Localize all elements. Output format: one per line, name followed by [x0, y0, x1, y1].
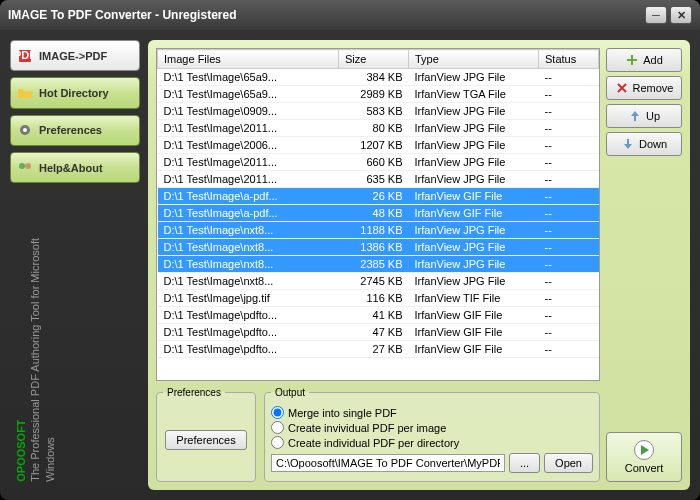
up-button[interactable]: Up	[606, 104, 682, 128]
arrow-up-icon	[628, 109, 642, 123]
file-table[interactable]: Image Files Size Type Status D:\1 Test\I…	[156, 48, 600, 381]
table-row[interactable]: D:\1 Test\Image\pdfto...27 KBIrfanView G…	[158, 341, 599, 358]
add-button[interactable]: Add	[606, 48, 682, 72]
table-cell: D:\1 Test\Image\nxt8...	[158, 222, 339, 239]
close-button[interactable]: ✕	[670, 6, 692, 24]
col-size[interactable]: Size	[339, 50, 409, 69]
table-row[interactable]: D:\1 Test\Image\pdfto...47 KBIrfanView G…	[158, 324, 599, 341]
browse-button[interactable]: ...	[509, 453, 540, 473]
main-panel: Image Files Size Type Status D:\1 Test\I…	[148, 40, 690, 490]
titlebar[interactable]: IMAGE To PDF Converter - Unregistered ─ …	[0, 0, 700, 30]
btn-label: Convert	[625, 462, 664, 474]
window-title: IMAGE To PDF Converter - Unregistered	[8, 8, 642, 22]
table-row[interactable]: D:\1 Test\Image\65a9...2989 KBIrfanView …	[158, 86, 599, 103]
table-cell: 1386 KB	[339, 239, 409, 256]
table-row[interactable]: D:\1 Test\Image\nxt8...2745 KBIrfanView …	[158, 273, 599, 290]
x-icon	[615, 81, 629, 95]
table-cell: IrfanView TIF File	[409, 290, 539, 307]
table-cell: D:\1 Test\Image\jpg.tif	[158, 290, 339, 307]
table-cell: D:\1 Test\Image\2006...	[158, 137, 339, 154]
table-cell: 660 KB	[339, 154, 409, 171]
col-type[interactable]: Type	[409, 50, 539, 69]
table-row[interactable]: D:\1 Test\Image\pdfto...41 KBIrfanView G…	[158, 307, 599, 324]
table-row[interactable]: D:\1 Test\Image\nxt8...2385 KBIrfanView …	[158, 256, 599, 273]
radio-label: Create invividual PDF per image	[288, 422, 446, 434]
table-cell: IrfanView JPG File	[409, 120, 539, 137]
table-cell: IrfanView JPG File	[409, 103, 539, 120]
nav-hot-directory[interactable]: Hot Directory	[10, 77, 140, 108]
table-cell: IrfanView TGA File	[409, 86, 539, 103]
radio-per-image[interactable]	[271, 421, 284, 434]
nav-label: Preferences	[39, 124, 102, 136]
open-button[interactable]: Open	[544, 453, 593, 473]
table-cell: 2745 KB	[339, 273, 409, 290]
table-row[interactable]: D:\1 Test\Image\65a9...384 KBIrfanView J…	[158, 69, 599, 86]
table-cell: D:\1 Test\Image\0909...	[158, 103, 339, 120]
table-cell: IrfanView GIF File	[409, 188, 539, 205]
col-status[interactable]: Status	[539, 50, 599, 69]
btn-label: Remove	[633, 82, 674, 94]
table-cell: --	[539, 290, 599, 307]
table-cell: IrfanView JPG File	[409, 69, 539, 86]
col-files[interactable]: Image Files	[158, 50, 339, 69]
table-row[interactable]: D:\1 Test\Image\a-pdf...26 KBIrfanView G…	[158, 188, 599, 205]
table-cell: 2989 KB	[339, 86, 409, 103]
minimize-button[interactable]: ─	[645, 6, 667, 24]
table-cell: 26 KB	[339, 188, 409, 205]
table-row[interactable]: D:\1 Test\Image\nxt8...1386 KBIrfanView …	[158, 239, 599, 256]
table-row[interactable]: D:\1 Test\Image\jpg.tif116 KBIrfanView T…	[158, 290, 599, 307]
table-cell: --	[539, 171, 599, 188]
table-cell: --	[539, 324, 599, 341]
table-row[interactable]: D:\1 Test\Image\a-pdf...48 KBIrfanView G…	[158, 205, 599, 222]
down-button[interactable]: Down	[606, 132, 682, 156]
radio-per-dir[interactable]	[271, 436, 284, 449]
table-cell: IrfanView GIF File	[409, 307, 539, 324]
table-row[interactable]: D:\1 Test\Image\nxt8...1188 KBIrfanView …	[158, 222, 599, 239]
table-cell: D:\1 Test\Image\nxt8...	[158, 273, 339, 290]
nav-preferences[interactable]: Preferences	[10, 115, 140, 146]
table-cell: 583 KB	[339, 103, 409, 120]
table-row[interactable]: D:\1 Test\Image\2011...635 KBIrfanView J…	[158, 171, 599, 188]
table-cell: 47 KB	[339, 324, 409, 341]
table-cell: D:\1 Test\Image\2011...	[158, 171, 339, 188]
table-cell: IrfanView JPG File	[409, 239, 539, 256]
table-cell: D:\1 Test\Image\nxt8...	[158, 256, 339, 273]
table-cell: 41 KB	[339, 307, 409, 324]
table-row[interactable]: D:\1 Test\Image\2006...1207 KBIrfanView …	[158, 137, 599, 154]
table-cell: --	[539, 307, 599, 324]
table-cell: 48 KB	[339, 205, 409, 222]
table-cell: IrfanView JPG File	[409, 137, 539, 154]
table-cell: IrfanView GIF File	[409, 341, 539, 358]
nav-label: Help&About	[39, 162, 103, 174]
table-cell: IrfanView JPG File	[409, 256, 539, 273]
table-cell: D:\1 Test\Image\2011...	[158, 120, 339, 137]
btn-label: Down	[639, 138, 667, 150]
convert-button[interactable]: Convert	[606, 432, 682, 482]
gear-icon	[17, 122, 33, 138]
table-cell: --	[539, 154, 599, 171]
table-cell: 80 KB	[339, 120, 409, 137]
table-cell: 116 KB	[339, 290, 409, 307]
nav-label: Hot Directory	[39, 87, 109, 99]
table-cell: D:\1 Test\Image\pdfto...	[158, 341, 339, 358]
nav-image-pdf[interactable]: PDF IMAGE->PDF	[10, 40, 140, 71]
arrow-down-icon	[621, 137, 635, 151]
svg-text:PDF: PDF	[17, 49, 33, 61]
table-row[interactable]: D:\1 Test\Image\2011...660 KBIrfanView J…	[158, 154, 599, 171]
remove-button[interactable]: Remove	[606, 76, 682, 100]
table-cell: D:\1 Test\Image\pdfto...	[158, 307, 339, 324]
radio-merge[interactable]	[271, 406, 284, 419]
table-cell: D:\1 Test\Image\pdfto...	[158, 324, 339, 341]
preferences-button[interactable]: Preferences	[165, 430, 246, 450]
table-cell: IrfanView JPG File	[409, 273, 539, 290]
table-row[interactable]: D:\1 Test\Image\2011...80 KBIrfanView JP…	[158, 120, 599, 137]
output-path-input[interactable]	[271, 454, 505, 472]
table-cell: --	[539, 205, 599, 222]
table-cell: 635 KB	[339, 171, 409, 188]
play-icon	[634, 440, 654, 460]
nav-help-about[interactable]: Help&About	[10, 152, 140, 183]
table-row[interactable]: D:\1 Test\Image\0909...583 KBIrfanView J…	[158, 103, 599, 120]
table-cell: 27 KB	[339, 341, 409, 358]
nav-label: IMAGE->PDF	[39, 50, 107, 62]
svg-point-3	[23, 128, 27, 132]
